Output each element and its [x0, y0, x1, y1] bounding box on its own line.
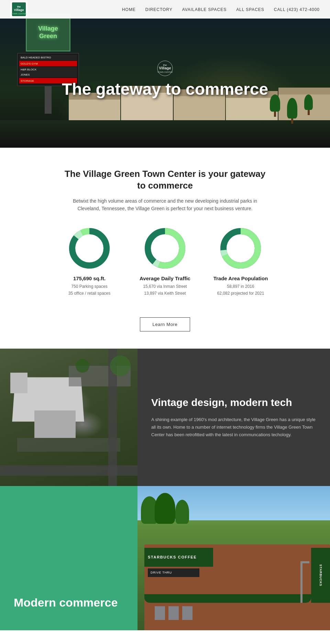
- modern-title: Modern commerce: [14, 596, 124, 610]
- nav-all-spaces[interactable]: ALL SPACES: [236, 6, 264, 12]
- modern-section: Modern commerce STARBUCKS COFFEE STARBUC…: [0, 486, 330, 630]
- vintage-section: Vintage design, modern tech A shining ex…: [0, 349, 330, 486]
- navbar: the Village TOWN CENTER HOME DIRECTORY A…: [0, 0, 330, 19]
- svg-text:the: the: [17, 5, 21, 8]
- nav-links: HOME DIRECTORY AVAILABLE SPACES ALL SPAC…: [122, 6, 320, 12]
- logo[interactable]: the Village TOWN CENTER: [10, 1, 28, 18]
- stat-population-title: Trade Area Population: [213, 275, 268, 281]
- vintage-text: A shining example of 1960's mod architec…: [151, 416, 316, 439]
- stat-population-detail: 58,897 in 2016 62,082 projected for 2021: [217, 283, 264, 296]
- stat-traffic: Average Daily Traffic 15,670 via Inman S…: [138, 226, 192, 296]
- stat-sqft-detail: 750 Parking spaces 35 office / retail sp…: [68, 283, 111, 296]
- svg-text:TOWN CENTER: TOWN CENTER: [157, 71, 173, 73]
- svg-text:Village: Village: [14, 8, 24, 12]
- aerial-photo: [0, 349, 138, 486]
- vintage-content: Vintage design, modern tech A shining ex…: [138, 349, 330, 486]
- hero-overlay: the Village TOWN CENTER The gateway to c…: [0, 0, 330, 148]
- learn-more-button[interactable]: Learn More: [140, 317, 190, 331]
- donut-traffic: [143, 226, 187, 271]
- svg-point-12: [78, 237, 100, 259]
- stat-population: Trade Area Population 58,897 in 2016 62,…: [213, 226, 268, 296]
- vintage-title: Vintage design, modern tech: [151, 396, 316, 409]
- nav-call[interactable]: CALL (423) 472-4000: [274, 6, 320, 12]
- donut-population: [218, 226, 263, 271]
- hero-logo-area: the Village TOWN CENTER: [151, 60, 179, 77]
- stats-subtext: Betwixt the high volume areas of commerc…: [65, 197, 265, 213]
- stat-traffic-detail: 15,670 via Inman Street 13,897 via Keith…: [143, 283, 187, 296]
- modern-left: Modern commerce: [0, 486, 138, 630]
- hero-section: VillageGreen BALD HEADED BISTRO GOLD'S G…: [0, 0, 330, 148]
- donut-sqft: [67, 226, 112, 271]
- stat-traffic-title: Average Daily Traffic: [140, 275, 190, 281]
- stat-sqft: 175,690 sq.ft. 750 Parking spaces 35 off…: [62, 226, 117, 296]
- nav-directory[interactable]: DIRECTORY: [145, 6, 173, 12]
- hero-title: The gateway to commerce: [62, 80, 268, 99]
- svg-text:TOWN CENTER: TOWN CENTER: [11, 13, 27, 15]
- stats-section: The Village Green Town Center is your ga…: [0, 148, 330, 349]
- svg-text:Village: Village: [159, 66, 171, 70]
- stats-charts: 175,690 sq.ft. 750 Parking spaces 35 off…: [14, 226, 316, 296]
- svg-point-20: [230, 237, 252, 259]
- nav-available-spaces[interactable]: AVAILABLE SPACES: [182, 6, 227, 12]
- modern-right: STARBUCKS COFFEE STARBUCKS DRIVE THRU: [138, 486, 330, 630]
- stats-heading: The Village Green Town Center is your ga…: [62, 168, 268, 192]
- svg-point-16: [154, 237, 176, 259]
- nav-home[interactable]: HOME: [122, 6, 136, 12]
- stat-sqft-title: 175,690 sq.ft.: [73, 275, 106, 281]
